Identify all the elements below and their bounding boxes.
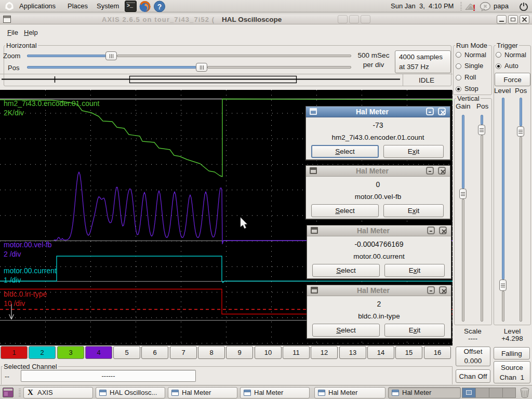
svg-text:2K/div: 2K/div: [4, 109, 24, 117]
svg-text:hm2_7i43.0.encoder.01.count: hm2_7i43.0.encoder.01.count: [4, 99, 100, 108]
svg-text:?: ?: [157, 3, 162, 11]
svg-text:!: !: [473, 4, 475, 12]
svg-text:motor.00.vel-fb: motor.00.vel-fb: [4, 241, 52, 249]
svg-text:2 /div: 2 /div: [4, 250, 21, 258]
svg-text:1 /div: 1 /div: [4, 276, 21, 284]
svg-text:10 /div: 10 /div: [4, 299, 25, 308]
svg-text:motor.00.current: motor.00.current: [4, 267, 57, 275]
svg-text:bldc.0.in-type: bldc.0.in-type: [4, 290, 47, 298]
